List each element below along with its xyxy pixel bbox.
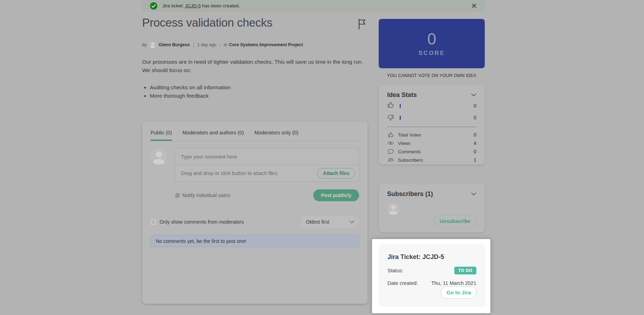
go-to-jira-button[interactable]: Go to Jira (441, 286, 477, 299)
stat-value: 4 (474, 140, 476, 146)
post-publicly-button[interactable]: Post publicly (313, 189, 359, 201)
bullet-item: More thorough feedback (150, 92, 231, 100)
comment-bubble-icon (387, 149, 394, 154)
jira-ticket-link[interactable]: JCJD-5 (185, 3, 201, 8)
banner-message: Jira ticket: JCJD-5 has been created. (162, 3, 240, 8)
jira-ticket-title: Jira Ticket: JCJD-5 (387, 253, 476, 261)
vote-restriction-notice: YOU CANNOT VOTE ON YOUR OWN IDEA (379, 73, 485, 78)
upvote-count: 0 (474, 103, 476, 108)
check-circle-icon (150, 2, 158, 10)
stat-value: 0 (474, 132, 476, 138)
stat-row-total-votes: Total Votes 0 (387, 131, 476, 139)
no-comments-message: No comments yet, be the first to post on… (150, 235, 359, 247)
thumb-down-icon[interactable] (387, 114, 394, 121)
subscribers-card: Subscribers (1) Unsubscribe (379, 184, 485, 232)
comments-panel: Public (0) Moderators and authors (0) Mo… (142, 121, 368, 304)
comment-tabs: Public (0) Moderators and authors (0) Mo… (150, 130, 359, 141)
comment-input-box: Type your comment here Drag and drop or … (175, 148, 359, 182)
people-icon (387, 158, 394, 163)
idea-stats-card: Idea Stats 0 0 Total Votes 0 (379, 85, 485, 164)
date-created-label: Date created: (387, 280, 418, 286)
idea-stats-title: Idea Stats (387, 91, 417, 99)
tab-moderators-only[interactable]: Moderators only (0) (254, 130, 299, 141)
comment-composer: Type your comment here Drag and drop or … (150, 148, 359, 182)
subscribers-title: Subscribers (1) (387, 190, 433, 198)
unsubscribe-button[interactable]: Unsubscribe (434, 215, 476, 227)
status-label: Status: (387, 268, 403, 273)
byline-separator: | (193, 42, 194, 47)
moderators-only-checkbox[interactable] (150, 219, 156, 225)
project-link[interactable]: Core Systems Improvement Project (229, 42, 303, 47)
stat-row-subscribers: Subscribers 1 (387, 156, 476, 164)
flag-icon[interactable] (358, 19, 367, 31)
jira-status-row: Status: TO DO (387, 267, 476, 274)
chevron-down-icon[interactable] (471, 192, 476, 196)
current-user-avatar (150, 148, 167, 165)
mention-icon: @ (175, 192, 180, 198)
author-avatar (149, 41, 156, 48)
author-name[interactable]: Glenn Burgess (159, 42, 190, 47)
subscriber-avatar[interactable] (387, 203, 400, 215)
stat-label: Total Votes (398, 132, 421, 138)
stat-row-comments: Comments 0 (387, 147, 476, 156)
tab-public[interactable]: Public (0) (150, 130, 172, 141)
chevron-down-icon (349, 220, 354, 224)
tab-moderators-authors[interactable]: Moderators and authors (0) (182, 130, 244, 141)
thumb-up-icon (387, 132, 394, 138)
close-icon[interactable] (471, 3, 477, 9)
success-banner: Jira ticket: JCJD-5 has been created. (142, 0, 485, 12)
idea-bullet-list: Auditing checks on all information More … (150, 83, 231, 100)
downvote-count: 0 (474, 115, 476, 120)
upvote-row: 0 (387, 101, 476, 111)
sort-selected-value: Oldest first (306, 219, 329, 225)
comment-input[interactable]: Type your comment here (175, 148, 359, 165)
composer-actions: @ Notify individual users Post publicly (150, 189, 359, 201)
stat-value: 0 (474, 149, 476, 154)
downvote-row: 0 (387, 113, 476, 122)
byline: by Glenn Burgess | 1 day ago | in Core S… (142, 41, 303, 48)
jira-date-row: Date created: Thu, 11 March 2021 (387, 280, 476, 286)
attach-hint: Drag and drop or click button to attach … (181, 170, 278, 176)
score-value: 0 (427, 31, 436, 47)
byline-separator: | (219, 42, 220, 47)
chevron-down-icon[interactable] (471, 93, 476, 97)
stats-divider (387, 127, 476, 127)
downvote-bar (400, 116, 401, 120)
jira-ticket-card: Jira Ticket: JCJD-5 Status: TO DO Date c… (379, 244, 485, 307)
idea-description: Our processes are in need of tighter val… (142, 58, 365, 75)
jira-ticket-spotlight: Jira Ticket: JCJD-5 Status: TO DO Date c… (372, 239, 490, 313)
stat-value: 1 (474, 157, 476, 163)
attach-dropzone[interactable]: Drag and drop or click button to attach … (175, 165, 359, 181)
thumb-up-icon[interactable] (387, 102, 394, 110)
notify-users-link[interactable]: Notify individual users (182, 192, 230, 198)
upvote-bar (400, 104, 401, 108)
idea-age: 1 day ago (197, 42, 216, 47)
bullet-item: Auditing checks on all information (150, 83, 231, 92)
score-label: SCORE (419, 50, 445, 57)
byline-by: by (142, 42, 147, 47)
sort-order-dropdown[interactable]: Oldest first (301, 216, 359, 228)
eye-icon (387, 141, 394, 146)
stat-label: Comments (398, 149, 421, 154)
checkbox-label: Only show comments from moderators (160, 219, 244, 225)
score-card: 0 SCORE (379, 19, 485, 68)
comment-filter-row: Only show comments from moderators Oldes… (150, 216, 359, 228)
attach-files-button[interactable]: Attach files (317, 168, 355, 178)
stat-label: Views (398, 141, 411, 146)
byline-in: in (224, 42, 227, 47)
status-badge: TO DO (454, 267, 476, 274)
page-title: Process validation checks (142, 16, 272, 29)
stat-label: Subscribers (398, 158, 423, 163)
stat-row-views: Views 4 (387, 139, 476, 147)
date-created-value: Thu, 11 March 2021 (431, 280, 476, 286)
